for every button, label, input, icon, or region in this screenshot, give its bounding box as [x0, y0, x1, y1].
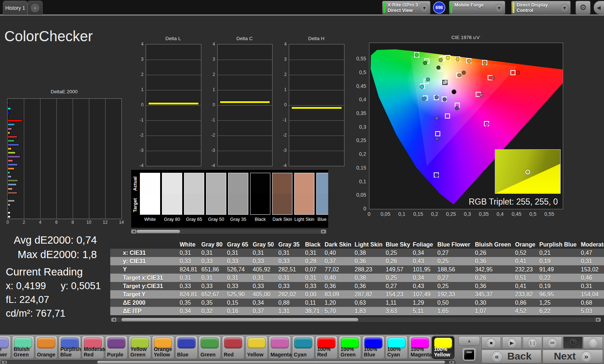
cie-1976-diagram [369, 43, 563, 209]
pattern-button-yellow[interactable]: Yellow [245, 336, 268, 359]
column-header: Orange [512, 241, 536, 249]
pattern-button-100--magenta[interactable]: 100% Magenta [409, 336, 431, 359]
pattern-button-100--yellow[interactable]: 100% Yellow [432, 336, 454, 359]
pattern-button-cyan[interactable]: Cyan [292, 336, 314, 359]
de-bar-gray-50 [8, 204, 10, 206]
scrollbar-thumb[interactable] [97, 361, 445, 364]
row-label: x: CIE31 [110, 249, 177, 257]
pattern-button-red[interactable]: Red [222, 336, 244, 359]
source-dropdown[interactable]: Mobile Forge ▼ [449, 1, 505, 14]
y-tick-label: -3 [136, 148, 143, 153]
table-cell: 0,31 [275, 274, 302, 282]
de-bar-dark-skin [8, 192, 17, 194]
add-tab-button[interactable]: + [27, 1, 43, 15]
swatch-target [250, 194, 270, 214]
gridline [146, 120, 201, 121]
table-cell: 345,37 [472, 290, 512, 299]
step-button[interactable]: [··] [523, 337, 542, 349]
pattern-button-purplish-blue[interactable]: Purplish Blue [59, 336, 81, 359]
table-cell: 0,50 [434, 299, 472, 307]
pattern-button-purple[interactable]: Purple [105, 336, 128, 359]
swatch-strip-scrollbar[interactable]: ◀ ▶ [130, 229, 327, 234]
table-cell: 154,04 [578, 290, 604, 299]
row-label: ΔE 2000 [110, 299, 177, 307]
scroll-right-icon[interactable]: ▶ [596, 318, 601, 322]
pattern-button-100--green[interactable]: 100% Green [339, 336, 361, 359]
scroll-left-icon[interactable]: ◀ [111, 318, 116, 322]
gridline [218, 60, 272, 60]
y-tick-label: 0 [207, 102, 215, 107]
table-cell: 0,41 [512, 257, 536, 265]
next-button[interactable]: Next » [543, 350, 603, 363]
stop-button[interactable]: ■ [481, 337, 501, 349]
cie-measured-circle [485, 122, 489, 126]
back-button[interactable]: « Back [481, 350, 541, 363]
pattern-button-orange[interactable]: Orange [35, 336, 57, 359]
pattern-button-100--red[interactable]: 100% Red [315, 336, 338, 359]
loop-icon: ∞ [548, 338, 557, 347]
pattern-window-toggle[interactable] [461, 347, 477, 362]
scroll-left-icon[interactable]: ◀ [131, 230, 136, 234]
x-tick-label: 0,5 [526, 211, 540, 217]
refresh-button[interactable]: ↻ [563, 337, 583, 349]
table-scrollbar[interactable]: ◀ ▶ [110, 317, 602, 322]
de-bar-100--blue [8, 111, 10, 114]
de-bar-100--green [8, 115, 8, 118]
meter-dropdown[interactable]: X-Rite i1Pro 3 Direct View ▼ [382, 1, 430, 14]
settings-button[interactable]: ⚙ [575, 1, 591, 14]
scrollbar-thumb[interactable] [121, 318, 358, 321]
cie-measured-circle [479, 93, 483, 97]
tab-history-1[interactable]: History 1 [3, 1, 27, 15]
pattern-label: Orange Yellow [154, 347, 174, 357]
pattern-button-100--blue[interactable]: 100% Blue [362, 336, 385, 359]
column-header: Foliage [410, 241, 434, 249]
cie-measured-circle [422, 97, 426, 101]
pattern-swatch [37, 338, 55, 348]
de-bar-blue-flower [8, 175, 12, 178]
pattern-button-orange-yellow[interactable]: Orange Yellow [152, 336, 174, 359]
display-dropdown[interactable]: Direct Display Control ▼ [511, 1, 571, 14]
table-cell: 0,25 [383, 274, 410, 282]
cie-measured-circle [483, 61, 487, 65]
play-button[interactable]: ▶ [502, 337, 522, 349]
pattern-button-yellow-green[interactable]: Yellow Green [129, 336, 151, 359]
collapse-panel-button[interactable]: ◀ [594, 1, 604, 14]
gridline [289, 105, 344, 106]
next-label: Next [554, 351, 576, 362]
record-button[interactable] [583, 337, 603, 349]
swatch-box [294, 173, 314, 215]
pattern-button-moderate-red[interactable]: Moderate Red [82, 336, 104, 359]
y-tick-label: 0,05 [344, 192, 366, 198]
scroll-right-icon[interactable]: ▶ [321, 230, 326, 234]
table-cell: 1,07 [472, 307, 512, 315]
column-header: Gray 35 [275, 241, 302, 249]
cie-white-point-dot [451, 89, 456, 94]
gridline [289, 90, 344, 90]
table-cell: 0,31 [275, 249, 302, 257]
scroll-right-icon[interactable]: ▶ [449, 361, 454, 364]
top-bar: History 1 + X-Rite i1Pro 3 Direct View ▼… [0, 0, 604, 16]
de-bar-100--red [8, 119, 22, 122]
table-cell: 3,63 [383, 307, 410, 315]
loop-button[interactable]: ∞ [543, 337, 562, 349]
cie-measured-circle [444, 80, 447, 84]
pattern-button-blue-flower[interactable]: Blue Flower [0, 336, 11, 359]
table-cell: 5,03 [578, 307, 604, 315]
pattern-button-blue[interactable]: Blue [175, 336, 198, 359]
table-cell: 1,25 [536, 299, 578, 307]
refresh-icon: ↻ [568, 338, 578, 347]
scrollbar-thumb[interactable] [137, 230, 180, 233]
swatch-box [228, 173, 248, 215]
swatch-blue-sky: Blue Sky [316, 173, 328, 222]
table-cell: 0,31 [198, 249, 224, 257]
gridline [146, 136, 201, 136]
pattern-button-magenta[interactable]: Magenta [269, 336, 291, 359]
pattern-button-green[interactable]: Green [198, 336, 221, 359]
table-cell: 0,40 [322, 274, 352, 282]
delta-value-bar [220, 101, 270, 103]
pattern-button-bluish-green[interactable]: Bluish Green [12, 336, 34, 359]
scroll-left-icon[interactable]: ◀ [2, 361, 7, 364]
pattern-bar-scrollbar[interactable]: ◀ ▶ [1, 360, 455, 364]
pattern-list-up-button[interactable]: ▲ [458, 336, 480, 346]
pattern-button-100--cyan[interactable]: 100% Cyan [385, 336, 408, 359]
